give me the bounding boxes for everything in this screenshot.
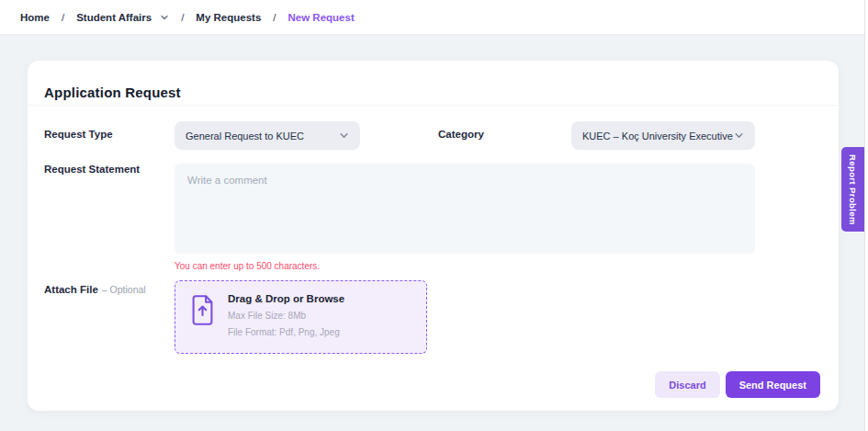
attach-file-label: Attach File– Optional — [44, 284, 146, 295]
breadcrumb-item-student-affairs[interactable]: Student Affairs — [76, 12, 169, 23]
application-request-card: Application Request Request Type General… — [28, 61, 839, 411]
file-format: File Format: Pdf, Png, Jpeg — [228, 327, 344, 337]
category-label: Category — [438, 129, 484, 140]
page-title: Application Request — [44, 85, 181, 100]
chevron-down-icon — [734, 130, 744, 141]
scrollbar-track[interactable] — [864, 0, 868, 431]
breadcrumb-separator: / — [273, 12, 276, 23]
request-statement-label: Request Statement — [44, 164, 140, 175]
breadcrumb-item-my-requests[interactable]: My Requests — [196, 12, 261, 23]
title-divider — [28, 105, 839, 106]
file-upload-icon — [190, 295, 215, 329]
character-limit-helper: You can enter up to 500 characters. — [175, 261, 320, 271]
report-problem-label: Report Problem — [848, 154, 858, 225]
discard-button[interactable]: Discard — [655, 371, 719, 398]
request-statement-input[interactable] — [175, 164, 755, 254]
max-file-size: Max File Size: 8Mb — [228, 311, 344, 321]
category-select[interactable]: KUEC – Koç University Executive Cou... — [571, 121, 755, 150]
breadcrumb: Home / Student Affairs / My Requests / N… — [20, 12, 355, 23]
file-dropzone[interactable]: Drag & Drop or Browse Max File Size: 8Mb… — [175, 280, 427, 354]
breadcrumb-separator: / — [181, 12, 184, 23]
form-actions: Discard Send Request — [655, 371, 820, 398]
breadcrumb-item-label: Student Affairs — [76, 12, 152, 23]
attach-file-label-text: Attach File — [44, 284, 98, 295]
report-problem-tab[interactable]: Report Problem — [841, 147, 864, 232]
chevron-down-icon — [339, 130, 349, 141]
dropzone-text: Drag & Drop or Browse Max File Size: 8Mb… — [228, 293, 344, 337]
chevron-down-icon[interactable] — [160, 13, 169, 22]
request-type-select[interactable]: General Request to KUEC — [175, 121, 360, 150]
breadcrumb-item-new-request: New Request — [288, 12, 355, 23]
breadcrumb-separator: / — [62, 12, 64, 23]
request-type-label: Request Type — [44, 129, 113, 140]
dropzone-title: Drag & Drop or Browse — [228, 293, 344, 304]
page: Home / Student Affairs / My Requests / N… — [0, 0, 868, 431]
category-value: KUEC – Koç University Executive Cou... — [582, 130, 734, 142]
breadcrumb-bar: Home / Student Affairs / My Requests / N… — [0, 0, 868, 35]
request-type-value: General Request to KUEC — [186, 130, 304, 142]
breadcrumb-item-home[interactable]: Home — [20, 12, 50, 23]
optional-hint: – Optional — [102, 284, 146, 295]
send-request-button[interactable]: Send Request — [726, 371, 820, 398]
